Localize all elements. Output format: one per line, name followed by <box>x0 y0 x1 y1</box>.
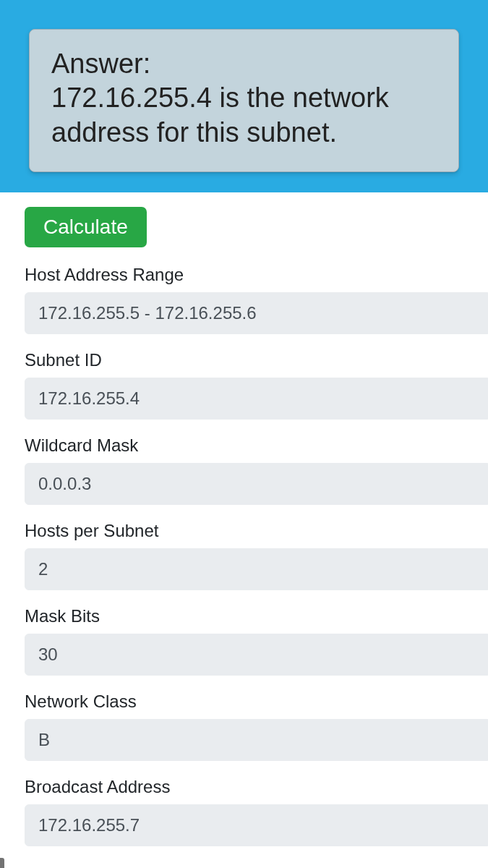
value-wildcard-mask: 0.0.0.3 <box>25 463 488 505</box>
answer-title: Answer: <box>51 48 437 80</box>
label-host-address-range: Host Address Range <box>25 265 463 285</box>
label-subnet-id: Subnet ID <box>25 350 463 370</box>
field-mask-bits: Mask Bits 30 <box>25 606 463 676</box>
field-subnet-id: Subnet ID 172.16.255.4 <box>25 350 463 420</box>
value-hosts-per-subnet: 2 <box>25 548 488 590</box>
field-network-class: Network Class B <box>25 692 463 761</box>
value-mask-bits: 30 <box>25 634 488 676</box>
form-panel: Calculate Host Address Range 172.16.255.… <box>0 192 488 868</box>
calculate-button[interactable]: Calculate <box>25 207 147 247</box>
value-broadcast-address: 172.16.255.7 <box>25 804 488 846</box>
label-mask-bits: Mask Bits <box>25 606 463 626</box>
label-wildcard-mask: Wildcard Mask <box>25 435 463 456</box>
value-subnet-id: 172.16.255.4 <box>25 378 488 420</box>
value-host-address-range: 172.16.255.5 - 172.16.255.6 <box>25 292 488 334</box>
label-broadcast-address: Broadcast Address <box>25 777 463 797</box>
answer-text: 172.16.255.4 is the network address for … <box>51 81 437 150</box>
field-host-address-range: Host Address Range 172.16.255.5 - 172.16… <box>25 265 463 334</box>
field-hosts-per-subnet: Hosts per Subnet 2 <box>25 521 463 590</box>
field-wildcard-mask: Wildcard Mask 0.0.0.3 <box>25 435 463 505</box>
label-network-class: Network Class <box>25 692 463 712</box>
answer-card: Answer: 172.16.255.4 is the network addr… <box>29 29 459 172</box>
value-network-class: B <box>25 719 488 761</box>
label-hosts-per-subnet: Hosts per Subnet <box>25 521 463 541</box>
left-edge-decoration <box>0 858 4 868</box>
field-broadcast-address: Broadcast Address 172.16.255.7 <box>25 777 463 846</box>
